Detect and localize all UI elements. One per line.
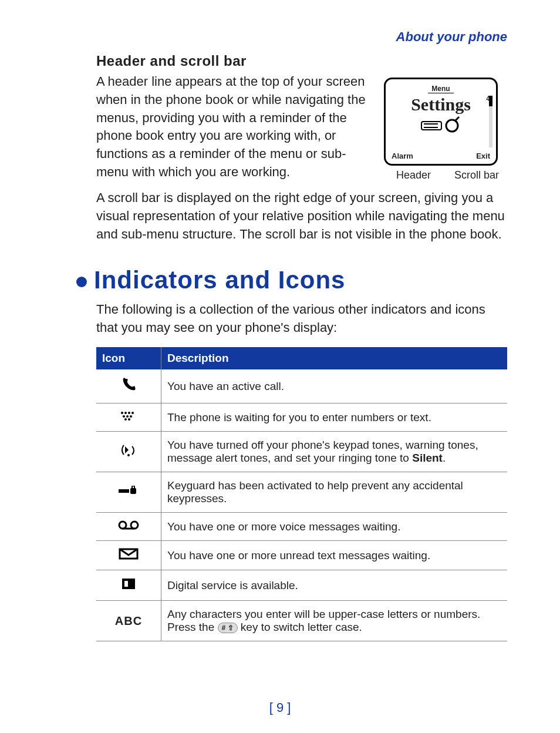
svg-point-6 [124, 412, 127, 414]
cell-desc: Digital service is available. [161, 570, 508, 601]
digital-service-icon [96, 570, 161, 601]
svg-point-13 [128, 418, 130, 421]
svg-point-12 [124, 418, 127, 421]
icon-description-table: Icon Description You have an active call… [96, 347, 507, 641]
keyguard-icon [96, 472, 161, 513]
svg-rect-17 [132, 486, 134, 489]
cell-desc: You have an active call. [161, 369, 508, 404]
caption-header: Header [396, 169, 431, 181]
phone-menu-label: Menu [428, 85, 453, 93]
table-row: You have one or more unread text message… [96, 541, 507, 570]
svg-point-19 [131, 522, 138, 529]
cell-desc: You have one or more unread text message… [161, 541, 508, 570]
phone-screen-figure: Menu Settings 4 Alarm [384, 78, 507, 181]
hash-key-icon: # ⇧ [218, 623, 238, 633]
svg-point-11 [130, 415, 132, 418]
svg-rect-22 [122, 579, 135, 589]
svg-point-3 [446, 120, 458, 132]
section-heading-indicators: Indicators and Icons [94, 266, 345, 294]
para-header-scrollbar-2: A scroll bar is displayed on the right e… [96, 189, 507, 244]
phone-screen-illustration: Menu Settings 4 Alarm [384, 78, 498, 166]
text-entry-icon [96, 404, 161, 432]
header-scrollbar-block: A header line appears at the top of your… [96, 73, 507, 181]
message-icon [96, 541, 161, 570]
table-row: Digital service is available. [96, 570, 507, 601]
svg-rect-15 [119, 489, 129, 493]
phone-page-indicator: 4 [486, 95, 490, 103]
para-indicators-intro: The following is a collection of the var… [96, 300, 507, 337]
svg-rect-23 [124, 581, 128, 587]
section-label: About your phone [53, 29, 507, 45]
table-row: The phone is waiting for you to enter nu… [96, 404, 507, 432]
svg-point-9 [123, 415, 125, 418]
page-number: [ 9 ] [0, 700, 560, 715]
svg-point-10 [126, 415, 129, 418]
phone-screen-title: Settings [390, 95, 491, 115]
cell-desc: The phone is waiting for you to enter nu… [161, 404, 508, 432]
svg-point-18 [119, 522, 126, 529]
table-row: You have one or more voice messages wait… [96, 513, 507, 541]
table-row: You have an active call. [96, 369, 507, 404]
svg-point-14 [127, 454, 130, 456]
th-description: Description [161, 347, 508, 369]
table-row: Keyguard has been activated to help prev… [96, 472, 507, 513]
th-icon: Icon [96, 347, 161, 369]
active-call-icon [96, 369, 161, 404]
silent-icon [96, 432, 161, 472]
cell-desc: Keyguard has been activated to help prev… [161, 472, 508, 513]
bullet-icon [76, 277, 87, 287]
svg-rect-0 [421, 122, 441, 130]
uppercase-abc-icon: ABC [96, 601, 161, 641]
svg-point-8 [131, 412, 134, 414]
svg-line-4 [456, 117, 459, 120]
cell-desc: You have turned off your phone's keypad … [161, 432, 508, 472]
para-header-scrollbar-1: A header line appears at the top of your… [96, 73, 373, 181]
silent-bold: Silent [412, 452, 443, 464]
table-header-row: Icon Description [96, 347, 507, 369]
subheading-header-scrollbar: Header and scroll bar [96, 53, 507, 69]
cell-desc: You have one or more voice messages wait… [161, 513, 508, 541]
table-row: You have turned off your phone's keypad … [96, 432, 507, 472]
phone-left-softkey: Alarm [392, 152, 413, 160]
phone-scrollbar [489, 96, 492, 147]
caption-scrollbar: Scroll bar [454, 169, 499, 181]
manual-page: About your phone Header and scroll bar A… [0, 0, 560, 733]
table-row: ABC Any characters you enter will be upp… [96, 601, 507, 641]
svg-point-7 [128, 412, 130, 414]
figure-captions: Header Scroll bar [384, 169, 507, 181]
svg-point-5 [121, 412, 123, 414]
cell-desc: Any characters you enter will be upper-c… [161, 601, 508, 641]
section-heading-row: Indicators and Icons [53, 266, 507, 294]
phone-settings-icon [390, 116, 491, 138]
voicemail-icon [96, 513, 161, 541]
phone-right-softkey: Exit [476, 152, 490, 160]
